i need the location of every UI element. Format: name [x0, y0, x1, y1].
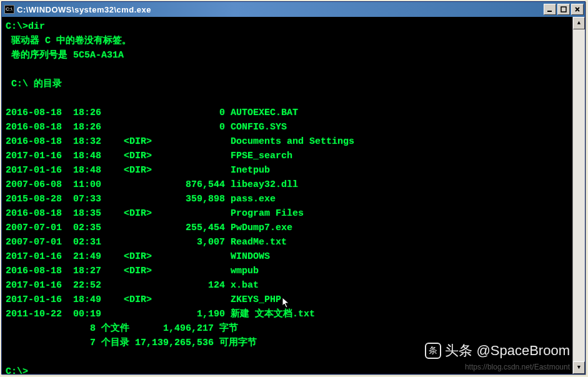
svg-rect-0: [547, 11, 552, 12]
vertical-scrollbar[interactable]: ▲ ▼: [572, 17, 585, 374]
close-button[interactable]: [571, 4, 584, 15]
window-title: C:\WINDOWS\system32\cmd.exe: [17, 5, 544, 14]
titlebar[interactable]: C:\ C:\WINDOWS\system32\cmd.exe: [2, 2, 585, 17]
chevron-down-icon: ▼: [577, 364, 581, 371]
minimize-button[interactable]: [544, 4, 556, 15]
maximize-button[interactable]: [557, 4, 570, 15]
cmd-icon: C:\: [4, 5, 14, 14]
scroll-up-button[interactable]: ▲: [573, 17, 585, 29]
scrollbar-track[interactable]: [573, 29, 585, 361]
svg-rect-1: [561, 7, 566, 12]
scroll-down-button[interactable]: ▼: [573, 361, 585, 374]
titlebar-buttons: [544, 4, 584, 15]
client-area: C:\>dir 驱动器 C 中的卷没有标签。 卷的序列号是 5C5A-A31A …: [2, 17, 585, 374]
terminal-output[interactable]: C:\>dir 驱动器 C 中的卷没有标签。 卷的序列号是 5C5A-A31A …: [2, 17, 572, 374]
chevron-up-icon: ▲: [577, 20, 581, 26]
cmd-window: C:\ C:\WINDOWS\system32\cmd.exe C:\>dir …: [1, 1, 586, 374]
